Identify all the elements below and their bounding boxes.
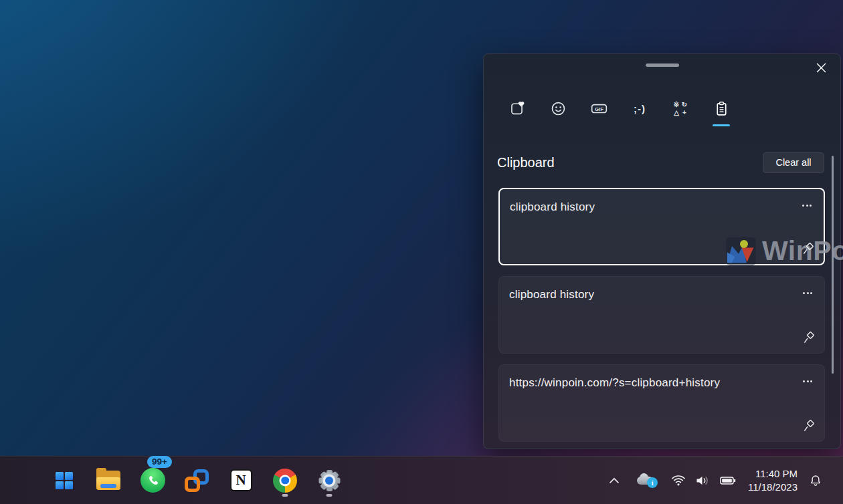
chrome-button[interactable]: [269, 462, 301, 499]
onedrive-button[interactable]: i: [637, 475, 655, 485]
clipboard-item-text: https://winpoin.com/?s=clipboard+history: [509, 376, 798, 390]
close-icon: [816, 63, 826, 73]
notion-icon: N: [230, 469, 252, 491]
bell-icon: [808, 473, 823, 488]
taskbar-apps: 99+ N: [48, 457, 345, 504]
pin-icon: [802, 418, 817, 434]
pin-button[interactable]: [800, 329, 818, 346]
volume-icon: [695, 475, 710, 487]
battery-button[interactable]: [720, 476, 736, 485]
clipboard-header: Clipboard Clear all: [497, 152, 824, 173]
tab-recently-used[interactable]: [502, 93, 532, 124]
clipboard-item-list: clipboard history clipboard history: [498, 188, 825, 442]
running-indicator: [326, 494, 333, 497]
chevron-up-icon: [609, 477, 620, 484]
tab-symbols[interactable]: ※↻ △+: [666, 93, 695, 124]
tab-emoji[interactable]: [543, 93, 573, 124]
whatsapp-icon: [140, 468, 165, 493]
info-badge-icon: i: [647, 477, 658, 488]
volume-button[interactable]: [695, 475, 710, 487]
clipboard-item[interactable]: https://winpoin.com/?s=clipboard+history: [498, 364, 825, 442]
drag-handle[interactable]: [646, 64, 679, 67]
pin-icon: [802, 330, 817, 346]
picker-tab-bar: GIF ;-) ※↻ △+: [502, 93, 736, 124]
clear-all-button[interactable]: Clear all: [763, 152, 824, 173]
settings-button[interactable]: [313, 462, 345, 499]
watermark-logo: [726, 237, 756, 265]
tab-gif[interactable]: GIF: [584, 93, 614, 124]
emoji-smiley-icon: [550, 100, 567, 117]
more-options-button[interactable]: [798, 199, 816, 212]
date-text: 11/18/2023: [748, 481, 798, 494]
more-options-icon: [803, 380, 805, 382]
pin-button[interactable]: [800, 240, 817, 257]
close-button[interactable]: [813, 59, 829, 76]
winpoin-watermark: WinPoin: [726, 235, 843, 267]
running-indicator: [282, 494, 288, 497]
notion-button[interactable]: N: [225, 462, 257, 499]
notification-badge: 99+: [147, 456, 172, 468]
gear-icon: [318, 469, 341, 492]
svg-text:GIF: GIF: [594, 106, 603, 112]
file-explorer-button[interactable]: [92, 462, 124, 499]
clipboard-item[interactable]: clipboard history: [498, 276, 825, 354]
start-button[interactable]: [48, 462, 80, 499]
wifi-button[interactable]: [671, 475, 686, 487]
whatsapp-button[interactable]: 99+: [136, 462, 169, 499]
desktop-wallpaper: GIF ;-) ※↻ △+ Clipb: [0, 0, 843, 504]
onedrive-cloud-icon: i: [637, 475, 655, 485]
clipboard-icon: [713, 100, 730, 117]
kaomoji-icon: ;-): [634, 103, 646, 114]
recent-heart-icon: [509, 100, 526, 117]
clipboard-title: Clipboard: [497, 155, 555, 170]
clock[interactable]: 11:40 PM 11/18/2023: [748, 467, 798, 493]
folder-icon: [96, 471, 120, 490]
symbols-icon: ※↻ △+: [673, 101, 688, 116]
vmware-button[interactable]: [181, 462, 213, 499]
more-options-icon: [802, 205, 804, 207]
notification-bell-button[interactable]: [808, 473, 823, 488]
chrome-icon: [273, 469, 297, 493]
more-options-icon: [803, 292, 805, 294]
clipboard-item-text: clipboard history: [509, 288, 798, 301]
gif-icon: GIF: [590, 100, 608, 117]
selected-tab-underline: [713, 124, 730, 127]
more-options-button[interactable]: [799, 374, 816, 388]
clipboard-item-text: clipboard history: [510, 201, 797, 214]
battery-icon: [720, 476, 736, 485]
tab-clipboard[interactable]: [707, 93, 736, 124]
hidden-icons-button[interactable]: [609, 477, 620, 484]
taskbar: 99+ N: [0, 456, 843, 504]
tab-kaomoji[interactable]: ;-): [625, 93, 654, 124]
windows-logo-icon: [56, 472, 73, 489]
vmware-icon: [185, 469, 209, 493]
pin-icon: [801, 241, 816, 257]
system-tray: i: [609, 457, 843, 504]
pin-button[interactable]: [800, 417, 818, 434]
time-text: 11:40 PM: [748, 467, 798, 481]
wifi-icon: [671, 475, 686, 487]
more-options-button[interactable]: [799, 286, 816, 299]
